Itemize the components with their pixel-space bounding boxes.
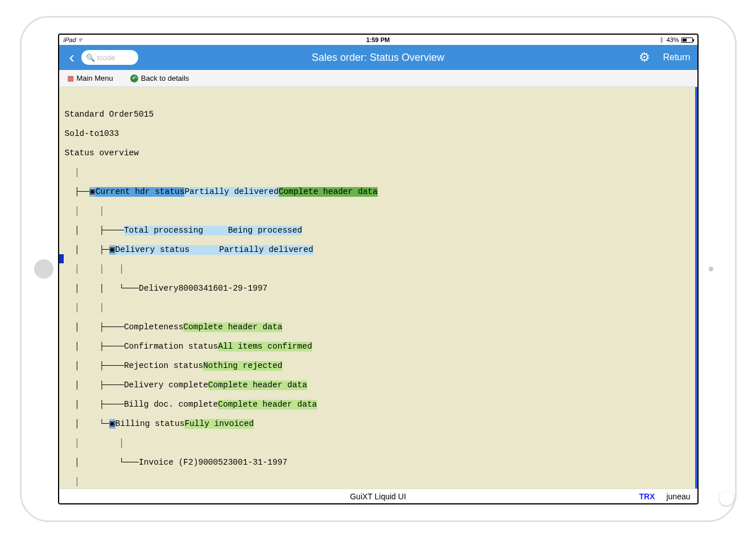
delivery-complete-row: │ ├────Delivery complete Complete header… bbox=[59, 380, 695, 390]
back-arrow-icon: ↶ bbox=[130, 75, 138, 82]
ios-statusbar: iPad ᯤ 1:59 PM ᛒ 43% bbox=[59, 35, 697, 45]
toolbar: ▦ Main Menu ↶ Back to details bbox=[59, 70, 697, 87]
rejection-row: │ ├────Rejection status Nothing rejected bbox=[59, 361, 695, 371]
footer: GuiXT Liquid UI TRX juneau bbox=[59, 489, 697, 503]
battery-percent: 43% bbox=[666, 36, 679, 43]
tree-spacer: │ bbox=[59, 168, 695, 177]
tree-spacer: │ │ │ bbox=[59, 264, 695, 274]
completeness-row: │ ├────Completeness Complete header data bbox=[59, 322, 695, 332]
total-processing-row: │ ├────Total processing Being processed bbox=[59, 226, 695, 235]
folder-icon: ▣ bbox=[89, 187, 96, 197]
billing-doc-row: │ ├────Billg doc. complete Complete head… bbox=[59, 400, 695, 409]
gear-icon[interactable]: ⚙ bbox=[639, 50, 650, 65]
camera-dot bbox=[709, 267, 713, 271]
main-menu-label: Main Menu bbox=[77, 74, 113, 82]
confirmation-row: │ ├────Confirmation status All items con… bbox=[59, 342, 695, 351]
main-menu-button[interactable]: ▦ Main Menu bbox=[67, 74, 113, 82]
invoice-row: │ └───Invoice (F2) 90005230 01-31-1997 bbox=[59, 458, 695, 467]
sold-to-row: Sold-to 1033 bbox=[59, 129, 695, 139]
billing-status-row[interactable]: │ └─▣ Billing status Fully invoiced bbox=[59, 419, 695, 429]
server-label: juneau bbox=[666, 492, 690, 501]
page-title: Sales order: Status Overview bbox=[312, 52, 444, 64]
back-to-details-label: Back to details bbox=[141, 74, 189, 82]
battery-icon bbox=[681, 38, 693, 43]
wifi-icon: ᯤ bbox=[78, 36, 84, 43]
ipad-frame: iPad ᯤ 1:59 PM ᛒ 43% ‹ 🔍 tcode Sales ord… bbox=[20, 16, 737, 522]
status-overview-row: Status overview bbox=[59, 148, 695, 158]
tree-spacer: │ bbox=[59, 477, 695, 487]
device-label: iPad ᯤ bbox=[64, 36, 84, 43]
trx-button[interactable]: TRX bbox=[639, 492, 655, 501]
current-hdr-row[interactable]: ├──▣ Current hdr status Partially delive… bbox=[59, 187, 695, 197]
tree-spacer: │ │ bbox=[59, 206, 695, 216]
folder-icon: ▣ bbox=[109, 245, 115, 255]
content-area: Standard Order 5015 Sold-to 1033 Status … bbox=[59, 87, 697, 489]
delivery-row: │ │ └───Delivery 80003416 01-29-1997 bbox=[59, 284, 695, 293]
delivery-status-row[interactable]: │ ├─▣ Delivery status Partially delivere… bbox=[59, 245, 695, 255]
search-icon: 🔍 bbox=[86, 53, 95, 62]
tree-spacer: │ │ bbox=[59, 303, 695, 313]
bluetooth-icon: ᛒ bbox=[660, 36, 664, 43]
search-input[interactable]: 🔍 tcode bbox=[81, 50, 138, 65]
back-to-details-button[interactable]: ↶ Back to details bbox=[130, 74, 189, 82]
search-placeholder: tcode bbox=[97, 53, 115, 62]
back-button[interactable]: ‹ bbox=[66, 48, 78, 67]
calendar-icon: ▦ bbox=[67, 74, 74, 82]
navbar: ‹ 🔍 tcode Sales order: Status Overview ⚙… bbox=[59, 45, 697, 70]
order-type-row: Standard Order 5015 bbox=[59, 110, 695, 119]
home-button[interactable] bbox=[34, 259, 53, 279]
return-button[interactable]: Return bbox=[663, 52, 690, 63]
folder-icon: ▣ bbox=[109, 419, 115, 429]
cursor-marker bbox=[59, 254, 64, 263]
screen: iPad ᯤ 1:59 PM ᛒ 43% ‹ 🔍 tcode Sales ord… bbox=[58, 34, 699, 504]
clock: 1:59 PM bbox=[366, 36, 390, 43]
app-name: GuiXT Liquid UI bbox=[350, 492, 406, 501]
tree-spacer: │ │ bbox=[59, 438, 695, 448]
